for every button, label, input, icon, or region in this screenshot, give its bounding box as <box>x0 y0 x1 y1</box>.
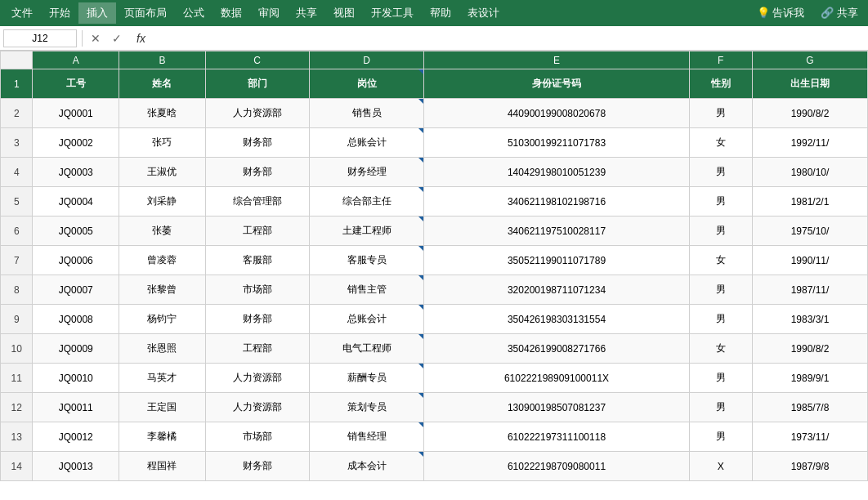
cell-a8[interactable]: JQ0007 <box>33 275 119 305</box>
menu-review[interactable]: 审阅 <box>250 2 288 24</box>
cell-c11[interactable]: 人力资源部 <box>205 364 309 393</box>
row-num-5[interactable]: 5 <box>1 187 33 217</box>
cell-g14[interactable]: 1987/9/8 <box>753 452 868 481</box>
menu-table-design[interactable]: 表设计 <box>459 2 508 24</box>
row-num-8[interactable]: 8 <box>1 275 33 305</box>
menu-tell-me[interactable]: 💡 告诉我 <box>750 2 812 24</box>
cell-e2[interactable]: 440900199008020678 <box>424 99 689 128</box>
cell-d12[interactable]: 策划专员 <box>309 393 424 422</box>
menu-help[interactable]: 帮助 <box>422 2 459 24</box>
row-num-12[interactable]: 12 <box>1 393 33 422</box>
cell-e11[interactable]: 610222198909100011X <box>424 364 689 393</box>
col-header-e[interactable]: E <box>424 51 689 69</box>
cancel-icon[interactable]: ✕ <box>87 30 104 47</box>
col-header-c[interactable]: C <box>205 51 309 69</box>
cell-c13[interactable]: 市场部 <box>205 422 309 452</box>
menu-data[interactable]: 数据 <box>213 2 250 24</box>
cell-e8[interactable]: 320200198711071234 <box>424 275 689 305</box>
cell-g9[interactable]: 1983/3/1 <box>753 305 868 334</box>
cell-d13[interactable]: 销售经理 <box>309 422 424 452</box>
cell-f13[interactable]: 男 <box>689 422 752 452</box>
cell-e13[interactable]: 610222197311100118 <box>424 422 689 452</box>
cell-reference-box[interactable]: J12 <box>3 29 77 47</box>
cell-e7[interactable]: 350521199011071789 <box>424 246 689 275</box>
formula-input[interactable] <box>154 29 865 47</box>
cell-b14[interactable]: 程国祥 <box>119 452 206 481</box>
cell-b9[interactable]: 杨钧宁 <box>119 305 206 334</box>
cell-c10[interactable]: 工程部 <box>205 334 309 364</box>
cell-e9[interactable]: 350426198303131554 <box>424 305 689 334</box>
cell-g12[interactable]: 1985/7/8 <box>753 393 868 422</box>
cell-b12[interactable]: 王定国 <box>119 393 206 422</box>
cell-f10[interactable]: 女 <box>689 334 752 364</box>
row-num-6[interactable]: 6 <box>1 217 33 246</box>
cell-a11[interactable]: JQ0010 <box>33 364 119 393</box>
cell-e12[interactable]: 130900198507081237 <box>424 393 689 422</box>
cell-b3[interactable]: 张巧 <box>119 128 206 158</box>
cell-f2[interactable]: 男 <box>689 99 752 128</box>
cell-a12[interactable]: JQ0011 <box>33 393 119 422</box>
cell-d7[interactable]: 客服专员 <box>309 246 424 275</box>
cell-b11[interactable]: 马英才 <box>119 364 206 393</box>
cell-b2[interactable]: 张夏晗 <box>119 99 206 128</box>
cell-d6[interactable]: 土建工程师 <box>309 217 424 246</box>
menu-home[interactable]: 开始 <box>41 2 78 24</box>
cell-d11[interactable]: 薪酬专员 <box>309 364 424 393</box>
col-header-a[interactable]: A <box>33 51 119 69</box>
cell-f3[interactable]: 女 <box>689 128 752 158</box>
cell-d4[interactable]: 财务经理 <box>309 158 424 187</box>
cell-g7[interactable]: 1990/11/ <box>753 246 868 275</box>
cell-c7[interactable]: 客服部 <box>205 246 309 275</box>
cell-f11[interactable]: 男 <box>689 364 752 393</box>
cell-c5[interactable]: 综合管理部 <box>205 187 309 217</box>
menu-file[interactable]: 文件 <box>3 2 41 24</box>
col-header-b[interactable]: B <box>119 51 206 69</box>
col-header-d[interactable]: D <box>309 51 424 69</box>
cell-d14[interactable]: 成本会计 <box>309 452 424 481</box>
cell-d3[interactable]: 总账会计 <box>309 128 424 158</box>
cell-f4[interactable]: 男 <box>689 158 752 187</box>
cell-e4[interactable]: 140429198010051239 <box>424 158 689 187</box>
row-num-9[interactable]: 9 <box>1 305 33 334</box>
cell-g6[interactable]: 1975/10/ <box>753 217 868 246</box>
cell-d8[interactable]: 销售主管 <box>309 275 424 305</box>
menu-share[interactable]: 共享 <box>288 2 325 24</box>
row-num-13[interactable]: 13 <box>1 422 33 452</box>
cell-g11[interactable]: 1989/9/1 <box>753 364 868 393</box>
cell-e10[interactable]: 350426199008271766 <box>424 334 689 364</box>
cell-f8[interactable]: 男 <box>689 275 752 305</box>
cell-a7[interactable]: JQ0006 <box>33 246 119 275</box>
cell-c2[interactable]: 人力资源部 <box>205 99 309 128</box>
row-num-7[interactable]: 7 <box>1 246 33 275</box>
cell-a3[interactable]: JQ0002 <box>33 128 119 158</box>
col-header-f[interactable]: F <box>689 51 752 69</box>
cell-a13[interactable]: JQ0012 <box>33 422 119 452</box>
cell-d1[interactable]: 岗位 <box>309 69 424 99</box>
cell-b7[interactable]: 曾凌蓉 <box>119 246 206 275</box>
cell-b8[interactable]: 张黎曾 <box>119 275 206 305</box>
row-num-11[interactable]: 11 <box>1 364 33 393</box>
cell-f5[interactable]: 男 <box>689 187 752 217</box>
cell-a9[interactable]: JQ0008 <box>33 305 119 334</box>
menu-share-btn[interactable]: 🔗 共享 <box>814 2 865 24</box>
cell-c8[interactable]: 市场部 <box>205 275 309 305</box>
cell-c1[interactable]: 部门 <box>205 69 309 99</box>
cell-a14[interactable]: JQ0013 <box>33 452 119 481</box>
cell-b4[interactable]: 王淑优 <box>119 158 206 187</box>
row-num-2[interactable]: 2 <box>1 99 33 128</box>
row-num-4[interactable]: 4 <box>1 158 33 187</box>
menu-formula[interactable]: 公式 <box>175 2 213 24</box>
cell-e1[interactable]: 身份证号码 <box>424 69 689 99</box>
cell-b10[interactable]: 张恩照 <box>119 334 206 364</box>
fx-icon[interactable]: fx <box>133 30 149 47</box>
cell-g13[interactable]: 1973/11/ <box>753 422 868 452</box>
cell-f14[interactable]: X <box>689 452 752 481</box>
cell-c6[interactable]: 工程部 <box>205 217 309 246</box>
cell-b13[interactable]: 李馨橘 <box>119 422 206 452</box>
confirm-icon[interactable]: ✓ <box>109 30 125 47</box>
cell-e3[interactable]: 510300199211071783 <box>424 128 689 158</box>
menu-page-layout[interactable]: 页面布局 <box>116 2 175 24</box>
cell-a5[interactable]: JQ0004 <box>33 187 119 217</box>
cell-a6[interactable]: JQ0005 <box>33 217 119 246</box>
cell-f1[interactable]: 性别 <box>689 69 752 99</box>
